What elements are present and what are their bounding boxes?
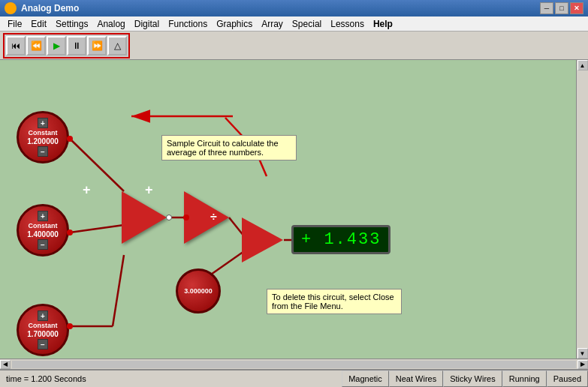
status-time: time = 1.200 Seconds (0, 374, 342, 383)
wire-dot-3 (67, 323, 73, 329)
canvas-area[interactable]: + Constant 1.200000 − + Constant 1.40000… (0, 60, 588, 358)
result-display: + 1.433 (291, 225, 390, 254)
constant-1-value: 1.200000 (27, 137, 59, 146)
display-value: + 1.433 (301, 230, 381, 249)
menu-file[interactable]: File (3, 17, 26, 31)
scroll-down-button[interactable]: ▼ (577, 348, 588, 358)
title-bar: Analog Demo ─ □ ✕ (0, 0, 588, 16)
annotation-delete-text: To delete this circuit, select Close fro… (272, 292, 394, 310)
svg-line-1 (70, 225, 124, 232)
pause-button[interactable]: ⏸ (67, 36, 86, 56)
bottom-scrollbar: ◀ ▶ (0, 358, 588, 369)
constant-2-minus[interactable]: − (38, 239, 48, 250)
close-button[interactable]: ✕ (570, 2, 583, 14)
small-constant-value: 3.000000 (184, 287, 213, 295)
constant-2[interactable]: + Constant 1.400000 − (17, 204, 69, 256)
sticky-wires-button[interactable]: Sticky Wires (443, 370, 502, 387)
step-button[interactable]: △ (107, 36, 127, 56)
constant-3-plus[interactable]: + (38, 310, 48, 321)
constant-2-value: 1.400000 (27, 230, 59, 238)
toolbar-row: ⏮ ⏪ ▶ ⏸ ⏩ △ (0, 32, 588, 60)
rewind-button[interactable]: ⏮ (6, 36, 26, 56)
constant-2-label: Constant (29, 222, 58, 230)
menu-help[interactable]: Help (369, 17, 397, 31)
wire-dot-out (183, 214, 189, 220)
annotation-sample: Sample Circuit to calculate the average … (161, 135, 297, 160)
annotation-sample-text: Sample Circuit to calculate the average … (167, 139, 279, 157)
magnetic-button[interactable]: Magnetic (342, 370, 389, 387)
maximize-button[interactable]: □ (555, 2, 568, 14)
constant-1[interactable]: + Constant 1.200000 − (17, 111, 69, 164)
constant-3[interactable]: + Constant 1.700000 − (17, 304, 69, 356)
menu-bar: File Edit Settings Analog Digital Functi… (0, 16, 588, 32)
constant-3-label: Constant (29, 322, 58, 329)
neat-wires-button[interactable]: Neat Wires (389, 370, 443, 387)
scroll-right-button[interactable]: ▶ (577, 360, 588, 369)
constant-2-plus[interactable]: + (38, 211, 48, 221)
menu-functions[interactable]: Functions (164, 17, 212, 31)
constant-1-label: Constant (29, 129, 58, 136)
app-icon (5, 2, 17, 14)
constant-3-minus[interactable]: − (38, 339, 48, 350)
app-title: Analog Demo (21, 3, 79, 14)
constant-1-plus[interactable]: + (38, 118, 48, 128)
annotation-delete: To delete this circuit, select Close fro… (267, 289, 402, 314)
svg-line-3 (113, 255, 124, 326)
constant-1-minus[interactable]: − (38, 146, 48, 157)
wire-dot-white-1 (166, 214, 172, 220)
wire-dot-1 (67, 136, 73, 142)
status-bar: time = 1.200 Seconds Magnetic Neat Wires… (0, 369, 588, 387)
menu-edit[interactable]: Edit (26, 17, 51, 31)
back-button[interactable]: ⏪ (26, 36, 46, 56)
wire-dot-2 (67, 230, 73, 236)
paused-button[interactable]: Paused (547, 370, 588, 387)
menu-special[interactable]: Special (288, 17, 326, 31)
constant-3-value: 1.700000 (27, 330, 59, 338)
svg-line-0 (70, 139, 124, 191)
scroll-up-button[interactable]: ▲ (577, 60, 588, 70)
menu-graphics[interactable]: Graphics (212, 17, 257, 31)
window-controls: ─ □ ✕ (540, 2, 583, 14)
minimize-button[interactable]: ─ (540, 2, 553, 14)
toolbar-group: ⏮ ⏪ ▶ ⏸ ⏩ △ (3, 33, 130, 58)
play-button[interactable]: ▶ (47, 36, 66, 56)
menu-digital[interactable]: Digital (130, 17, 164, 31)
scroll-left-button[interactable]: ◀ (0, 360, 11, 369)
menu-array[interactable]: Array (257, 17, 288, 31)
forward-button[interactable]: ⏩ (87, 36, 107, 56)
constant-small[interactable]: 3.000000 (176, 268, 221, 314)
running-button[interactable]: Running (502, 370, 547, 387)
menu-lessons[interactable]: Lessons (326, 17, 369, 31)
menu-analog[interactable]: Analog (92, 17, 129, 31)
right-scrollbar: ▲ ▼ (576, 60, 588, 358)
menu-settings[interactable]: Settings (51, 17, 92, 31)
